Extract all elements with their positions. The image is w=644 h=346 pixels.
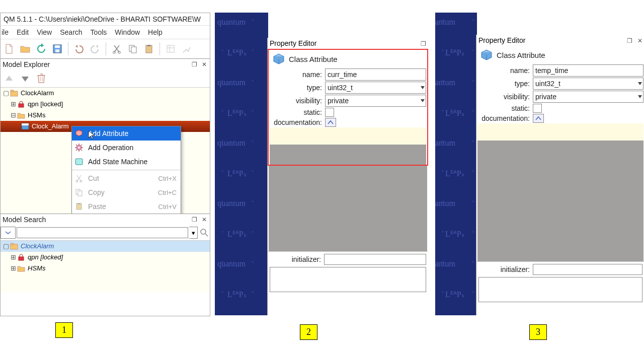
cm-label: Add Attribute [86, 129, 177, 137]
restore-icon[interactable]: ❐ [625, 37, 634, 44]
search-history-dropdown[interactable]: ▾ [189, 227, 198, 239]
model-search-title: Model Search [3, 214, 46, 225]
restore-icon[interactable]: ❐ [190, 60, 199, 68]
grey-spacer [269, 166, 427, 251]
new-file-icon[interactable] [2, 41, 17, 56]
cm-cut[interactable]: Cut Ctrl+X [72, 171, 181, 185]
name-label: name: [479, 66, 533, 75]
redo-icon[interactable] [88, 41, 103, 56]
initializer-textarea[interactable] [478, 277, 642, 302]
search-result-item[interactable]: ⊞ HSMs [1, 263, 210, 274]
menu-tools[interactable]: Tools [90, 26, 108, 39]
cm-add-state-machine[interactable]: Add State Machine [72, 155, 181, 169]
menu-help[interactable]: Help [147, 26, 164, 39]
static-label: static: [272, 108, 325, 116]
model-search-header: Model Search ❐ ✕ [1, 214, 210, 225]
svg-rect-9 [167, 45, 174, 52]
grey-spacer [270, 145, 426, 165]
copy-icon[interactable] [125, 41, 140, 56]
cursor-icon [88, 130, 95, 140]
cut-icon[interactable] [109, 41, 124, 56]
svg-rect-14 [22, 123, 29, 125]
name-label: name: [272, 71, 325, 79]
search-bar: ▾ [1, 225, 210, 241]
context-menu: Add Attribute Add Operation Add State Ma… [71, 126, 181, 214]
trash-icon[interactable] [35, 72, 48, 85]
package-icon [10, 242, 19, 250]
tree-root[interactable]: ▢ ClockAlarm [1, 88, 210, 99]
search-result-item[interactable]: ▢ ClockAlarm [1, 241, 210, 252]
cm-label: Add Operation [86, 144, 177, 152]
static-checkbox[interactable] [325, 108, 334, 117]
attribute-header: Class Attribute [269, 50, 427, 68]
initializer-label: initializer: [479, 265, 533, 273]
visibility-label: visibility: [272, 97, 325, 105]
save-icon[interactable] [50, 41, 65, 56]
property-editor-3: Property Editor ❐✕ Class Attribute name:… [476, 35, 644, 315]
visibility-combobox[interactable]: private [533, 91, 643, 103]
search-result-label: ClockAlarm [21, 241, 54, 252]
cm-copy[interactable]: Copy Ctrl+C [72, 185, 181, 199]
separator [72, 170, 181, 170]
tool-icon[interactable] [179, 41, 194, 56]
cm-add-attribute[interactable]: Add Attribute [72, 126, 181, 141]
svg-rect-7 [146, 45, 152, 53]
window-title: QM 5.1.1 - C:\Users\nieki\OneDrive - BHA… [1, 13, 210, 26]
name-input[interactable]: curr_time [325, 68, 426, 81]
model-explorer-header: Model Explorer ❐ ✕ [1, 59, 210, 70]
cube-icon [479, 49, 494, 61]
close-icon[interactable]: ✕ [200, 216, 209, 224]
undo-icon[interactable] [71, 41, 87, 56]
open-folder-icon[interactable] [18, 41, 33, 56]
callout-2: 2 [300, 324, 317, 340]
visibility-combobox[interactable]: private [325, 95, 426, 107]
close-icon[interactable]: ✕ [634, 37, 644, 44]
folder-icon [17, 264, 26, 272]
type-combobox[interactable]: uint32_t [325, 82, 426, 94]
documentation-toggle[interactable] [533, 114, 544, 123]
menu-view[interactable]: View [36, 26, 53, 39]
type-combobox[interactable]: uint32_t [533, 78, 643, 90]
menu-file[interactable]: ile [1, 26, 10, 39]
model-tree: ▢ ClockAlarm ⊞ qpn [locked] ⊟ HSMs Clock… [1, 88, 210, 214]
refresh-icon[interactable] [34, 41, 49, 56]
cube-icon [272, 53, 286, 65]
menu-search[interactable]: Search [59, 26, 83, 39]
menu-window[interactable]: Window [114, 26, 141, 39]
name-input[interactable]: temp_time [533, 64, 643, 77]
menu-bar: ile Edit View Search Tools Window Help [1, 26, 210, 39]
search-result-item[interactable]: ⊞ qpn [locked] [1, 252, 210, 263]
documentation-toggle[interactable] [325, 118, 336, 127]
tree-item-hsms[interactable]: ⊟ HSMs [1, 110, 210, 121]
highlight-box: Class Attribute name: curr_time type: ui… [268, 49, 428, 166]
documentation-textarea[interactable] [477, 123, 643, 141]
cm-paste[interactable]: Paste Ctrl+V [72, 199, 181, 214]
folder-icon [17, 111, 26, 119]
search-go-icon[interactable] [199, 227, 210, 238]
initializer-input[interactable] [324, 254, 426, 265]
cm-add-operation[interactable]: Add Operation [72, 141, 181, 155]
tree-label: HSMs [28, 110, 45, 121]
tool-icon[interactable] [163, 41, 178, 56]
initializer-textarea[interactable] [270, 267, 426, 292]
cm-label: Cut [86, 174, 158, 182]
toolbar [1, 39, 210, 59]
search-input[interactable] [17, 227, 188, 238]
search-mode-dropdown[interactable] [1, 227, 16, 239]
tree-item-qpn[interactable]: ⊞ qpn [locked] [1, 99, 210, 110]
menu-edit[interactable]: Edit [16, 26, 30, 39]
package-icon [10, 89, 19, 97]
move-down-icon[interactable] [19, 72, 32, 85]
documentation-textarea[interactable] [270, 127, 426, 145]
close-icon[interactable]: ✕ [200, 60, 209, 68]
paste-icon[interactable] [141, 41, 156, 56]
callout-1: 1 [55, 322, 73, 338]
callout-3: 3 [529, 324, 547, 340]
initializer-input[interactable] [533, 264, 642, 275]
background-pattern: antum LᴱᴬPₛ antum LᴱᴬPₛ antum LᴱᴬPₛ antu… [435, 13, 477, 315]
restore-icon[interactable]: ❐ [190, 216, 199, 224]
restore-icon[interactable]: ❐ [419, 40, 428, 47]
move-up-icon[interactable] [3, 72, 16, 85]
attribute-icon [72, 126, 86, 141]
static-checkbox[interactable] [533, 104, 542, 113]
